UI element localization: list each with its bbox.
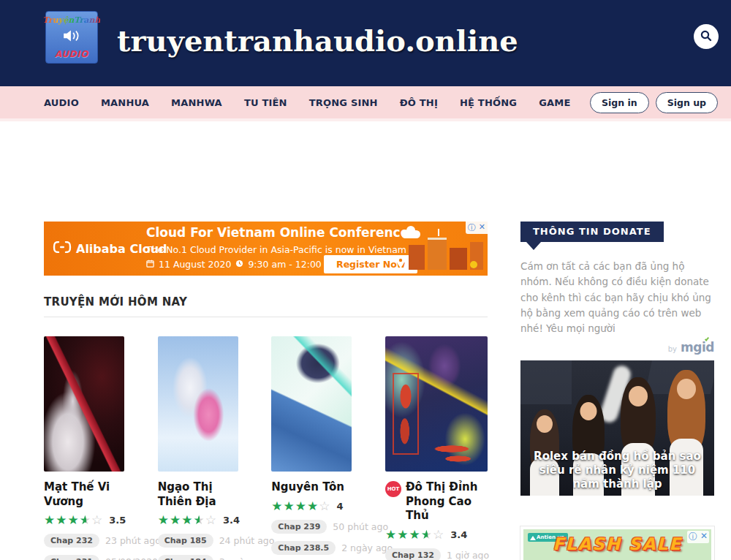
- clock-icon: [235, 259, 243, 270]
- main-content: Alibaba Cloud Cloud For Vietnam Online C…: [44, 222, 488, 560]
- flash-sale-inner: Antien.vn ⓘ ✕ FLASH SALE XEM NGAY: [523, 529, 711, 560]
- rating-value: 3.4: [223, 515, 240, 526]
- chapter-link[interactable]: Chap 231: [44, 555, 99, 560]
- section-divider: [44, 317, 488, 317]
- donate-ribbon: THÔNG TIN DONATE: [520, 222, 664, 242]
- comic-cover[interactable]: [44, 336, 124, 472]
- rating-row: ★★★★☆ 4: [271, 500, 352, 512]
- comic-card: Mạt Thế Vi Vương ★★★★☆ 3.5 Chap 232 23 p…: [44, 336, 124, 560]
- comic-title-row: Ngạo Thị Thiên Địa: [158, 480, 238, 509]
- comic-card: HOT Đô Thị Đỉnh Phong Cao Thủ ★★★★☆ 3.4 …: [385, 336, 488, 560]
- cover-calligraphy-decor: [393, 373, 419, 455]
- chapter-time: 3 ngày ago: [219, 556, 270, 560]
- nav-item-do-thi[interactable]: ĐÔ THỊ: [400, 97, 438, 108]
- star-rating-icons: ★★★★☆: [385, 529, 444, 541]
- calendar-icon: [146, 259, 154, 270]
- donate-ribbon-notch: [526, 242, 541, 250]
- alibaba-ad-banner[interactable]: Alibaba Cloud Cloud For Vietnam Online C…: [44, 222, 488, 276]
- sidebar: THÔNG TIN DONATE Cám ơn tất cả các bạn đ…: [520, 222, 714, 560]
- rating-value: 3.4: [450, 529, 467, 540]
- search-button[interactable]: [694, 24, 719, 49]
- comic-card: Nguyên Tôn ★★★★☆ 4 Chap 239 50 phút ago …: [271, 336, 352, 560]
- chapter-link[interactable]: Chap 132: [385, 548, 441, 560]
- sign-in-button[interactable]: Sign in: [590, 92, 649, 113]
- chapter-row: Chap 232 23 phút ago: [44, 534, 124, 548]
- rating-row: ★★★★☆ 3.4: [158, 514, 238, 526]
- chapter-link[interactable]: Chap 184: [158, 555, 213, 560]
- nav-items: AUDIO MANHUA MANHWA TU TIÊN TRỌNG SINH Đ…: [44, 97, 571, 108]
- comic-title[interactable]: Đô Thị Đỉnh Phong Cao Thủ: [406, 480, 488, 523]
- star-rating-icons: ★★★★☆: [44, 514, 103, 526]
- chapter-time: 23 phút ago: [105, 535, 161, 546]
- flash-sale-title: FLASH SALE: [523, 534, 711, 553]
- hot-badge: HOT: [385, 481, 401, 497]
- cover-script-decor: [420, 442, 483, 464]
- auth-buttons: Sign in Sign up: [590, 92, 718, 113]
- chapter-link[interactable]: Chap 185: [158, 534, 213, 548]
- flash-sale-ad[interactable]: Antien.vn ⓘ ✕ FLASH SALE XEM NGAY: [520, 526, 714, 560]
- main-nav: AUDIO MANHUA MANHWA TU TIÊN TRỌNG SINH Đ…: [0, 86, 731, 121]
- comic-cover[interactable]: [271, 336, 352, 472]
- rating-value: 3.5: [109, 515, 126, 526]
- page: TruyệnTranh AUDIO truyentranhaudio.onlin…: [0, 0, 731, 560]
- comic-cover[interactable]: [158, 336, 238, 472]
- chapter-row: Chap 184 3 ngày ago: [158, 555, 238, 560]
- site-logo[interactable]: TruyệnTranh AUDIO: [45, 11, 98, 64]
- chapter-link[interactable]: Chap 232: [44, 534, 99, 548]
- donate-text: Cám ơn tất cả các bạn đã ủng hộ nhóm. Nế…: [520, 259, 714, 337]
- rating-row: ★★★★☆ 3.4: [385, 529, 488, 541]
- section-title: TRUYỆN MỚI HÔM NAY: [44, 295, 488, 309]
- chapter-row: Chap 132 1 giờ ago: [385, 548, 488, 560]
- logo-text-top: TruyệnTranh: [43, 15, 101, 25]
- sign-up-button[interactable]: Sign up: [656, 92, 718, 113]
- banner-date: 11 August 2020: [159, 259, 231, 270]
- native-ad-caption: Rolex bán đồng hồ bản sao siêu rẻ nhân k…: [525, 450, 710, 492]
- comic-title-row: HOT Đô Thị Đỉnh Phong Cao Thủ: [385, 480, 488, 523]
- mgid-attribution: by mgid: [520, 340, 714, 355]
- comic-card: Ngạo Thị Thiên Địa ★★★★☆ 3.4 Chap 185 24…: [158, 336, 238, 560]
- comic-cover[interactable]: [385, 336, 488, 472]
- speaker-icon: [62, 29, 81, 45]
- rating-row: ★★★★☆ 3.5: [44, 514, 124, 526]
- header: TruyệnTranh AUDIO truyentranhaudio.onlin…: [0, 0, 731, 86]
- banner-headline: Cloud For Vietnam Online Conference: [146, 225, 409, 240]
- chapter-row: Chap 238.5 2 ngày ago: [271, 541, 352, 555]
- nav-item-manhwa[interactable]: MANHWA: [171, 97, 222, 108]
- mgid-by-label: by: [668, 345, 677, 353]
- chapter-time: 50 phút ago: [333, 521, 388, 532]
- comic-title[interactable]: Mạt Thế Vi Vương: [44, 480, 124, 509]
- comic-title[interactable]: Ngạo Thị Thiên Địa: [158, 480, 238, 509]
- native-ad[interactable]: Rolex bán đồng hồ bản sao siêu rẻ nhân k…: [520, 360, 714, 496]
- banner-decor-cityscape: [396, 222, 488, 276]
- chapter-row: Chap 185 24 phút ago: [158, 534, 238, 548]
- nav-item-tu-tien[interactable]: TU TIÊN: [244, 97, 287, 108]
- alibaba-cloud-icon: [53, 241, 72, 256]
- comic-title-row: Nguyên Tôn: [271, 480, 352, 495]
- logo-text-bottom: AUDIO: [55, 49, 88, 59]
- banner-subheadline: The No.1 Cloud Provider in Asia-Pacific …: [146, 244, 406, 255]
- search-icon: [700, 29, 713, 45]
- chapter-row: Chap 231 05/08/2020: [44, 555, 124, 560]
- chapter-link[interactable]: Chap 239: [271, 520, 327, 534]
- mgid-logo[interactable]: mgid: [681, 340, 714, 355]
- comic-card-list: Mạt Thế Vi Vương ★★★★☆ 3.5 Chap 232 23 p…: [44, 336, 488, 560]
- chapter-time: 24 phút ago: [219, 535, 275, 546]
- comic-title-row: Mạt Thế Vi Vương: [44, 480, 124, 509]
- nav-item-he-thong[interactable]: HỆ THỐNG: [460, 97, 517, 108]
- star-rating-icons: ★★★★☆: [158, 514, 217, 526]
- comic-title[interactable]: Nguyên Tôn: [271, 480, 344, 495]
- chapter-row: Chap 239 50 phút ago: [271, 520, 352, 534]
- nav-item-game[interactable]: GAME: [539, 97, 570, 108]
- nav-item-manhua[interactable]: MANHUA: [101, 97, 149, 108]
- nav-item-trong-sinh[interactable]: TRỌNG SINH: [309, 97, 378, 108]
- nav-item-audio[interactable]: AUDIO: [44, 97, 79, 108]
- chapter-time: 05/08/2020: [105, 556, 158, 560]
- chapter-link[interactable]: Chap 238.5: [271, 541, 336, 555]
- rating-value: 4: [337, 501, 344, 512]
- star-rating-icons: ★★★★☆: [271, 500, 330, 512]
- chapter-time: 1 giờ ago: [447, 550, 489, 560]
- site-title[interactable]: truyentranhaudio.online: [117, 23, 518, 58]
